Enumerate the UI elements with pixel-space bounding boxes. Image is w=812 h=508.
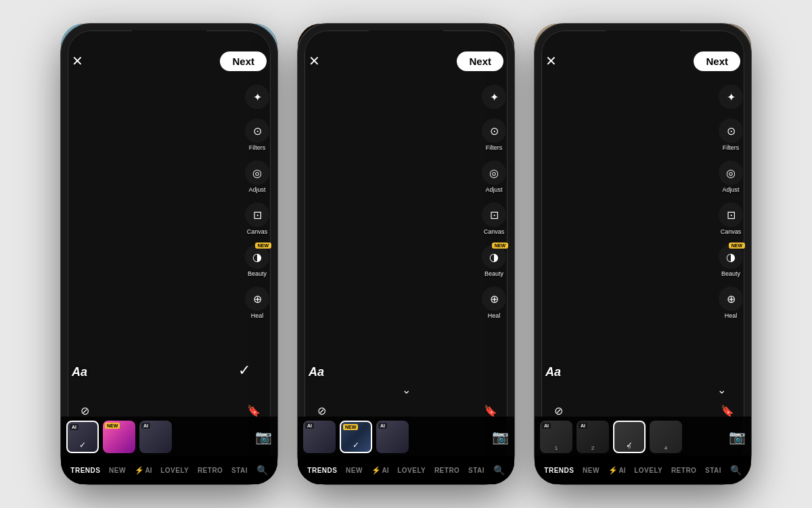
- close-button-1[interactable]: ✕: [72, 53, 83, 69]
- nav-retro-3[interactable]: RETRO: [671, 467, 697, 474]
- tool-filters-3[interactable]: ⊙ Filters: [719, 119, 743, 151]
- nav-ai-1[interactable]: ⚡ AI: [135, 466, 152, 475]
- text-tool-2[interactable]: Aa: [309, 365, 324, 379]
- phone-3: ✕ Next ✦ ⊙ Filters ◎ Adjust ⊡ Canvas ◑: [535, 24, 751, 484]
- sparkle-icon-3: ✦: [719, 85, 743, 109]
- tool-canvas-2[interactable]: ⊡ Canvas: [482, 203, 506, 235]
- tool-adjust-2[interactable]: ◎ Adjust: [482, 161, 506, 193]
- tool-ai-1[interactable]: ✦: [245, 85, 269, 109]
- close-button-2[interactable]: ✕: [309, 53, 320, 69]
- tool-adjust-1[interactable]: ◎ Adjust: [245, 161, 269, 193]
- new-badge-beauty-3: NEW: [729, 242, 745, 249]
- bottom-nav-2: TRENDS NEW ⚡ AI LOVELY RETRO STAI 🔍: [298, 456, 514, 484]
- heal-label-2: Heal: [488, 312, 501, 319]
- nav-stai-1[interactable]: STAI: [231, 467, 248, 474]
- tool-canvas-1[interactable]: ⊡ Canvas: [245, 203, 269, 235]
- filter-thumb-ai2-2[interactable]: AI: [376, 421, 409, 453]
- checkmark-1[interactable]: ✓: [238, 362, 250, 379]
- heal-label-3: Heal: [725, 312, 738, 319]
- tool-beauty-3[interactable]: ◑ NEW Beauty: [719, 245, 743, 277]
- nav-retro-2[interactable]: RETRO: [434, 467, 460, 474]
- heal-label: Heal: [251, 312, 264, 319]
- nav-ai-3[interactable]: ⚡ AI: [608, 466, 626, 475]
- nav-new-1[interactable]: NEW: [109, 467, 126, 474]
- filter-thumb-2-3[interactable]: AI 2: [577, 421, 609, 453]
- chevron-down-3[interactable]: ⌄: [717, 383, 726, 396]
- right-toolbar-3: ✦ ⊙ Filters ◎ Adjust ⊡ Canvas ◑ NEW Beau…: [719, 85, 743, 319]
- nav-stai-2[interactable]: STAI: [468, 467, 484, 474]
- filters-label-3: Filters: [723, 144, 740, 151]
- filters-icon-2: ⊙: [482, 119, 506, 143]
- filter-thumb-fantasy[interactable]: NEW: [103, 421, 135, 453]
- nav-stai-3[interactable]: STAI: [705, 467, 721, 474]
- filter-selected-check: ✓: [79, 440, 86, 450]
- bottom-nav-1: TRENDS NEW ⚡ AI LOVELY RETRO STAI 🔍: [61, 456, 277, 484]
- filter-strip-3: AI 1 AI 2 ✓ 3 4 📷: [535, 417, 751, 457]
- filter-num-4: 4: [664, 445, 667, 451]
- adjust-icon-3: ◎: [719, 161, 743, 185]
- nav-new-3[interactable]: NEW: [583, 467, 600, 474]
- nav-lovely-3[interactable]: LOVELY: [634, 467, 662, 474]
- nav-trends-3[interactable]: TRENDS: [544, 467, 574, 474]
- filter-thumb-4-3[interactable]: 4: [650, 421, 682, 453]
- next-button-3[interactable]: Next: [694, 51, 740, 71]
- beauty-label-3: Beauty: [721, 270, 740, 277]
- tool-heal-1[interactable]: ⊕ Heal: [245, 287, 269, 319]
- filter-thumb-3-3[interactable]: ✓ 3: [613, 421, 646, 453]
- filter-thumb-1[interactable]: AI ✓: [66, 421, 99, 453]
- tool-ai-2[interactable]: ✦: [482, 85, 506, 109]
- nav-lovely-1[interactable]: LOVELY: [160, 467, 189, 474]
- phone-1: ✕ Next ✦ ⊙ Filters ◎ Adjust ⊡ Canvas: [61, 24, 277, 484]
- tool-filters-2[interactable]: ⊙ Filters: [482, 119, 506, 151]
- tool-ai-3[interactable]: ✦: [719, 85, 743, 109]
- instagram-icon-2[interactable]: 📷: [492, 429, 509, 445]
- right-toolbar-2: ✦ ⊙ Filters ◎ Adjust ⊡ Canvas ◑ NEW Beau…: [482, 85, 506, 319]
- tool-filters-1[interactable]: ⊙ Filters: [245, 119, 269, 151]
- filter-strip-1: AI ✓ NEW AI 📷: [61, 417, 277, 457]
- nav-retro-1[interactable]: RETRO: [198, 467, 223, 474]
- search-icon-2[interactable]: 🔍: [493, 465, 505, 475]
- tool-adjust-3[interactable]: ◎ Adjust: [719, 161, 743, 193]
- text-tool-1[interactable]: Aa: [72, 365, 87, 379]
- chevron-down-2[interactable]: ⌄: [402, 383, 411, 396]
- filter-thumb-2[interactable]: AI: [139, 421, 172, 453]
- nav-lovely-2[interactable]: LOVELY: [397, 467, 426, 474]
- heal-icon: ⊕: [245, 287, 269, 311]
- adjust-label-2: Adjust: [485, 186, 502, 193]
- canvas-label-3: Canvas: [721, 228, 742, 235]
- instagram-icon-3[interactable]: 📷: [729, 429, 746, 445]
- top-bar-2: ✕ Next: [298, 44, 514, 78]
- tool-beauty-2[interactable]: ◑ NEW Beauty: [482, 245, 506, 277]
- filter-thumb-sorting[interactable]: NEW ✓: [340, 421, 372, 453]
- tool-beauty-1[interactable]: ◑ NEW Beauty: [245, 245, 269, 277]
- nav-trends-2[interactable]: TRENDS: [307, 467, 337, 474]
- filters-icon: ⊙: [245, 119, 269, 143]
- nav-new-2[interactable]: NEW: [346, 467, 363, 474]
- canvas-icon-3: ⊡: [719, 203, 743, 227]
- nav-ai-2[interactable]: ⚡ AI: [371, 466, 389, 475]
- close-button-3[interactable]: ✕: [545, 53, 557, 69]
- search-icon-3[interactable]: 🔍: [730, 465, 742, 475]
- filter-strip-2: AI NEW ✓ AI 📷: [298, 417, 514, 457]
- new-badge-beauty-1: NEW: [255, 242, 271, 249]
- filter-new-tag: NEW: [105, 423, 120, 429]
- nav-trends-1[interactable]: TRENDS: [70, 467, 100, 474]
- filter-thumb-ai-2[interactable]: AI: [303, 421, 336, 453]
- filters-label-2: Filters: [486, 144, 503, 151]
- text-tool-3[interactable]: Aa: [545, 365, 561, 379]
- top-bar-3: ✕ Next: [535, 44, 751, 78]
- instagram-icon-1[interactable]: 📷: [255, 429, 272, 445]
- heal-icon-2: ⊕: [482, 287, 506, 311]
- filters-icon-3: ⊙: [719, 119, 743, 143]
- next-button-2[interactable]: Next: [457, 51, 503, 71]
- tool-canvas-3[interactable]: ⊡ Canvas: [719, 203, 743, 235]
- tool-heal-2[interactable]: ⊕ Heal: [482, 287, 506, 319]
- filter-tag-ai2-3: AI: [579, 423, 587, 429]
- next-button-1[interactable]: Next: [220, 51, 267, 71]
- sparkle-icon-2: ✦: [482, 85, 506, 109]
- tool-heal-3[interactable]: ⊕ Heal: [719, 287, 743, 319]
- sparkle-icon: ✦: [245, 85, 269, 109]
- nav-ai-label-2: AI: [382, 467, 389, 474]
- search-icon-1[interactable]: 🔍: [256, 465, 268, 475]
- filter-thumb-1-3[interactable]: AI 1: [540, 421, 572, 453]
